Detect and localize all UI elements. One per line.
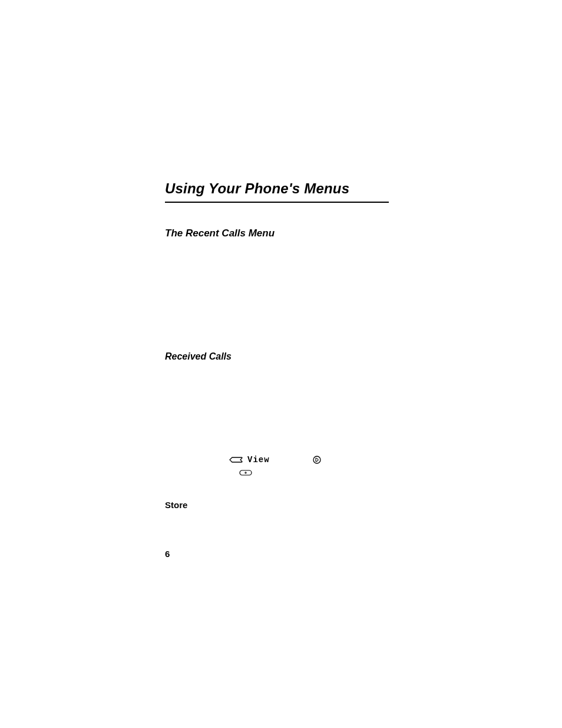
- nav-key-icon: [312, 455, 322, 465]
- chapter-title: Using Your Phone's Menus: [165, 180, 389, 203]
- store-label: Store: [165, 500, 389, 510]
- oval-key-icon: [239, 469, 252, 476]
- page-number: 6: [165, 549, 389, 559]
- svg-point-0: [313, 456, 320, 463]
- view-softkey-label: View: [247, 455, 270, 465]
- section-title: The Recent Calls Menu: [165, 228, 389, 239]
- inline-row-key: [239, 469, 389, 476]
- menu-key-icon: [229, 456, 243, 463]
- inline-row-view: View: [229, 455, 389, 465]
- subsection-title: Received Calls: [165, 351, 389, 362]
